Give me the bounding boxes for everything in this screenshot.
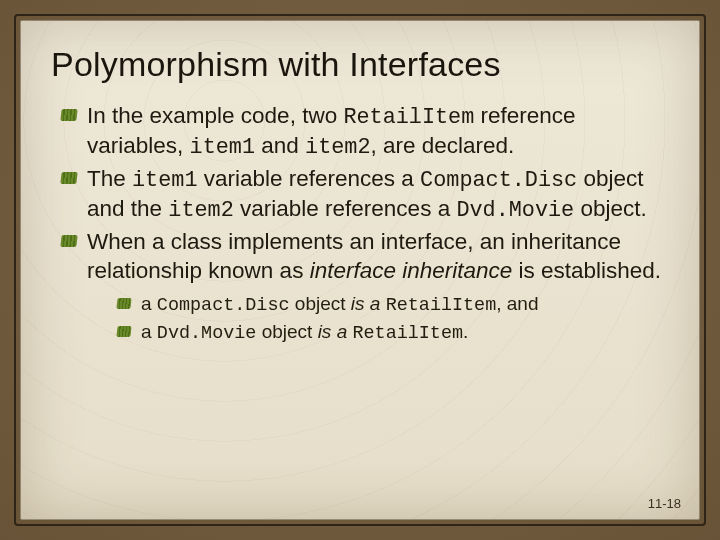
bullet-2: The item1 variable references a Compact.… bbox=[61, 165, 669, 225]
text: object. bbox=[574, 196, 647, 221]
sub-bullet-1: a Compact.Disc object is a RetailItem, a… bbox=[117, 291, 669, 319]
code: Dvd.Movie bbox=[157, 323, 257, 344]
code: RetailItem bbox=[386, 295, 497, 316]
text: variable references a bbox=[234, 196, 457, 221]
code: Compact.Disc bbox=[420, 168, 577, 193]
code: Dvd.Movie bbox=[456, 198, 574, 223]
text: In the example code, two bbox=[87, 103, 343, 128]
text: object bbox=[256, 321, 317, 342]
text: a bbox=[141, 293, 157, 314]
text: and bbox=[255, 133, 305, 158]
code: RetailItem bbox=[352, 323, 463, 344]
text: is established. bbox=[512, 258, 661, 283]
code: item2 bbox=[168, 198, 233, 223]
code: item1 bbox=[132, 168, 197, 193]
text: , and bbox=[496, 293, 538, 314]
bullet-list: In the example code, two RetailItem refe… bbox=[51, 102, 669, 347]
slide-panel: Polymorphism with Interfaces In the exam… bbox=[20, 20, 700, 520]
code: item2 bbox=[305, 135, 370, 160]
slide-number: 11-18 bbox=[648, 496, 681, 511]
slide: Polymorphism with Interfaces In the exam… bbox=[0, 0, 720, 540]
italic-text: is a bbox=[351, 293, 381, 314]
text: . bbox=[463, 321, 468, 342]
text: The bbox=[87, 166, 132, 191]
text: , are declared. bbox=[371, 133, 515, 158]
italic-text: is a bbox=[318, 321, 348, 342]
sub-bullet-2: a Dvd.Movie object is a RetailItem. bbox=[117, 319, 669, 347]
slide-title: Polymorphism with Interfaces bbox=[51, 45, 669, 84]
bullet-3: When a class implements an interface, an… bbox=[61, 228, 669, 347]
code: item1 bbox=[190, 135, 255, 160]
italic-text: interface inheritance bbox=[310, 258, 513, 283]
text: object bbox=[290, 293, 351, 314]
code: Compact.Disc bbox=[157, 295, 290, 316]
code: RetailItem bbox=[343, 105, 474, 130]
bullet-1: In the example code, two RetailItem refe… bbox=[61, 102, 669, 162]
text: variable references a bbox=[197, 166, 420, 191]
sub-list: a Compact.Disc object is a RetailItem, a… bbox=[87, 291, 669, 347]
text: a bbox=[141, 321, 157, 342]
